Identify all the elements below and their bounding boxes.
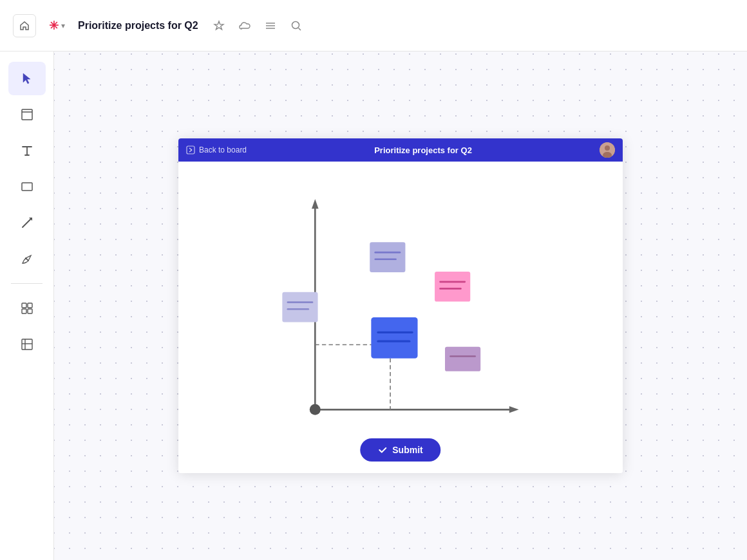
avatar-image [600,142,615,158]
cloud-icon [239,21,251,30]
svg-rect-13 [22,309,26,313]
home-button[interactable] [13,14,36,37]
svg-line-9 [23,218,32,227]
sidebar [0,51,54,560]
chart-svg [178,162,623,473]
select-icon [20,71,34,86]
back-icon [186,145,195,154]
svg-rect-8 [22,183,32,191]
text-icon [20,144,34,158]
back-label: Back to board [199,145,247,154]
home-icon [19,21,30,31]
frame-icon [20,107,34,122]
tool-text[interactable] [8,134,46,167]
logo-area[interactable]: ✳ ▾ [44,16,70,35]
sidebar-bottom-tools-group [0,292,53,361]
svg-rect-40 [435,272,470,302]
svg-point-28 [310,404,321,415]
logo-chevron-icon: ▾ [61,21,65,30]
svg-point-22 [605,145,610,151]
tool-layout[interactable] [8,328,46,361]
board-title: Prioritize projects for Q2 [374,145,472,155]
back-to-board-button[interactable]: Back to board [186,145,247,154]
grid-icon [20,301,34,315]
svg-rect-12 [28,303,32,308]
sidebar-divider [11,283,43,284]
svg-marker-25 [312,199,319,209]
tool-grid[interactable] [8,292,46,325]
search-button[interactable] [286,15,307,36]
tool-select[interactable] [8,62,46,95]
tool-line[interactable] [8,206,46,239]
submit-label: Submit [392,445,422,455]
tool-pen[interactable] [8,242,46,275]
menu-button[interactable] [260,15,281,36]
menu-icon [265,21,276,30]
svg-line-19 [189,148,192,150]
tool-rect[interactable] [8,170,46,203]
logo-icon: ✳ [49,19,59,33]
topbar: ✳ ▾ Prioritize projects for Q2 [0,0,747,51]
avatar [600,142,615,158]
svg-rect-31 [370,242,405,272]
line-icon [20,216,34,230]
star-button[interactable] [209,15,229,36]
layout-icon [20,337,34,351]
sidebar-tools-group [0,62,53,275]
svg-point-3 [292,21,299,28]
svg-line-20 [189,150,192,152]
page-title: Prioritize projects for Q2 [78,20,198,32]
search-icon [290,20,302,32]
main-canvas-area: Back to board Prioritize projects for Q2 [54,51,747,560]
svg-rect-34 [282,292,317,322]
cloud-button[interactable] [234,15,255,36]
star-icon [213,20,225,32]
svg-rect-11 [22,303,26,308]
svg-marker-27 [509,406,519,413]
topbar-actions [209,15,307,36]
svg-rect-5 [22,109,32,120]
svg-rect-43 [445,347,480,371]
svg-rect-37 [371,317,417,359]
checkmark-icon [378,445,387,454]
board-content: Submit [178,162,623,473]
svg-line-4 [298,28,301,30]
svg-rect-14 [28,309,32,313]
pen-icon [20,252,34,266]
tool-frame[interactable] [8,98,46,131]
svg-rect-15 [22,339,32,350]
rect-icon [20,180,34,194]
svg-rect-18 [187,146,194,154]
board-header: Back to board Prioritize projects for Q2 [178,138,623,162]
board-frame: Back to board Prioritize projects for Q2 [178,138,623,473]
submit-button[interactable]: Submit [360,438,440,462]
